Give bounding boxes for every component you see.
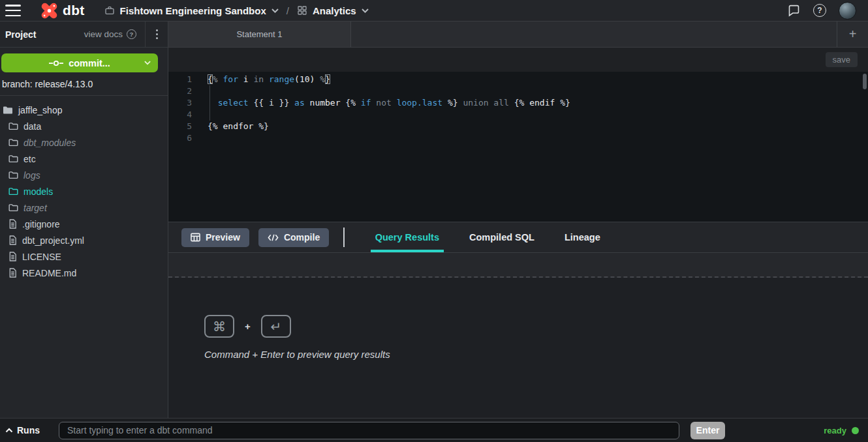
plus-glyph: + — [245, 321, 251, 332]
file-icon — [8, 268, 17, 278]
briefcase-icon — [104, 5, 115, 16]
folder-icon — [8, 138, 18, 147]
keyboard-shortcut-hint: ⌘ + ↵ — [204, 315, 868, 338]
tree-item-dbt-project-yml[interactable]: dbt_project.yml — [0, 232, 168, 248]
code-line: select {{ i }} as number {% if not loop.… — [208, 97, 868, 109]
hamburger-menu-button[interactable] — [5, 5, 21, 16]
line-number: 4 — [168, 109, 192, 121]
status-indicator: ready — [824, 426, 859, 435]
line-number: 5 — [168, 121, 192, 132]
feedback-chat-button[interactable] — [787, 4, 801, 18]
tree-item-target[interactable]: target — [0, 199, 168, 216]
file-icon — [8, 219, 17, 229]
scrollbar-thumb[interactable] — [863, 74, 867, 89]
line-number: 1 — [168, 74, 192, 85]
tree-item-label: etc — [23, 154, 36, 164]
commit-button-label: commit... — [69, 58, 110, 68]
view-docs-button[interactable]: view docs ? — [84, 29, 136, 39]
dbt-logo-icon — [40, 2, 58, 20]
tab-lineage[interactable]: Lineage — [560, 222, 605, 252]
tree-item-gitignore[interactable]: .gitignore — [0, 216, 168, 232]
user-avatar[interactable] — [839, 2, 856, 20]
tree-item-label: models — [23, 186, 53, 197]
chevron-down-icon — [144, 61, 151, 65]
editor-scrollbar[interactable] — [863, 74, 867, 218]
sidebar-header: Project view docs ? — [0, 22, 168, 48]
line-number: 3 — [168, 97, 192, 109]
chevron-down-icon — [362, 8, 369, 13]
tree-item-models[interactable]: models — [0, 183, 168, 199]
account-name: Fishtown Engineering Sandbox — [120, 5, 266, 16]
question-circle-icon: ? — [127, 29, 136, 39]
breadcrumb-separator: / — [287, 5, 289, 16]
panel-divider — [343, 228, 345, 247]
line-number-gutter: 123456 — [168, 72, 202, 222]
command-key-icon: ⌘ — [204, 315, 234, 338]
compile-button[interactable]: Compile — [258, 228, 329, 247]
folder-icon — [8, 171, 18, 179]
status-dot-icon — [852, 427, 859, 434]
tree-item-label: logs — [23, 170, 40, 181]
folder-open-icon — [3, 106, 13, 115]
commit-button[interactable]: commit... — [1, 53, 158, 72]
tree-item-label: data — [23, 121, 41, 132]
folder-icon — [8, 122, 18, 130]
tree-item-jaffle-shop[interactable]: jaffle_shop — [0, 102, 168, 118]
indent-guide — [209, 85, 210, 121]
brand-wordmark: dbt — [63, 3, 85, 18]
help-icon: ? — [813, 4, 826, 17]
results-panel-header: Preview Compile Query ResultsCompiled SQ… — [168, 222, 868, 253]
dbt-logo[interactable]: dbt — [40, 2, 85, 20]
tree-item-readme-md[interactable]: README.md — [0, 265, 168, 281]
status-label: ready — [824, 426, 846, 435]
tree-item-label: dbt_modules — [23, 138, 76, 148]
enter-key-icon: ↵ — [261, 315, 291, 338]
file-icon — [8, 252, 17, 261]
chevron-up-icon — [5, 428, 13, 433]
tab-compiled-sql[interactable]: Compiled SQL — [465, 222, 539, 252]
sidebar-title: Project — [5, 29, 36, 40]
account-switcher[interactable]: Fishtown Engineering Sandbox — [104, 5, 279, 16]
tree-item-license[interactable]: LICENSE — [0, 248, 168, 265]
file-icon — [8, 235, 17, 245]
code-icon — [268, 233, 279, 242]
tree-item-label: LICENSE — [22, 252, 61, 262]
tab-query-results[interactable]: Query Results — [371, 222, 444, 252]
folder-icon — [8, 155, 18, 163]
new-tab-button[interactable]: + — [837, 22, 868, 47]
chat-bubble-icon — [787, 4, 801, 18]
help-button[interactable]: ? — [813, 4, 826, 17]
project-name: Analytics — [313, 5, 356, 16]
dbt-command-input[interactable] — [59, 422, 679, 439]
tree-item-logs[interactable]: logs — [0, 167, 168, 183]
preview-button[interactable]: Preview — [181, 228, 249, 247]
code-editor[interactable]: 123456 {% for i in range(10) %} select {… — [168, 72, 868, 222]
editor-toolbar: save — [168, 48, 868, 72]
shortcut-hint-text: Command + Enter to preview query results — [204, 349, 868, 360]
sidebar-kebab-menu-button[interactable] — [146, 22, 168, 48]
tree-item-data[interactable]: data — [0, 118, 168, 134]
results-tabs: Query ResultsCompiled SQLLineage — [360, 222, 615, 252]
enter-button[interactable]: Enter — [690, 422, 725, 439]
editor-tab-bar: Statement 1 + — [168, 22, 868, 48]
top-navigation-bar: dbt Fishtown Engineering Sandbox / — [0, 0, 868, 22]
dbt-cloud-ide: dbt Fishtown Engineering Sandbox / — [0, 0, 868, 442]
code-line: {% for i in range(10) %} — [208, 74, 868, 85]
query-results-panel: ⌘ + ↵ Command + Enter to preview query r… — [168, 278, 868, 418]
tree-item-dbt-modules[interactable]: dbt_modules — [0, 134, 168, 151]
tree-item-label: dbt_project.yml — [22, 235, 84, 246]
table-icon — [191, 233, 200, 242]
tab-statement-1[interactable]: Statement 1 — [168, 22, 351, 47]
code-line: {% endfor %} — [208, 121, 868, 132]
command-bar: Runs Enter ready — [0, 418, 868, 442]
runs-toggle[interactable]: Runs — [5, 425, 59, 435]
grid-icon — [297, 5, 307, 16]
git-commit-icon — [49, 59, 63, 67]
tree-item-label: target — [23, 203, 47, 213]
project-switcher[interactable]: Analytics — [297, 5, 369, 16]
editor-workspace: Statement 1 + save 123456 {% for i in ra… — [168, 22, 868, 418]
save-button[interactable]: save — [826, 52, 858, 67]
file-tree: jaffle_shopdatadbt_modulesetclogsmodelst… — [0, 96, 168, 281]
line-number: 6 — [168, 132, 192, 144]
tree-item-etc[interactable]: etc — [0, 151, 168, 167]
